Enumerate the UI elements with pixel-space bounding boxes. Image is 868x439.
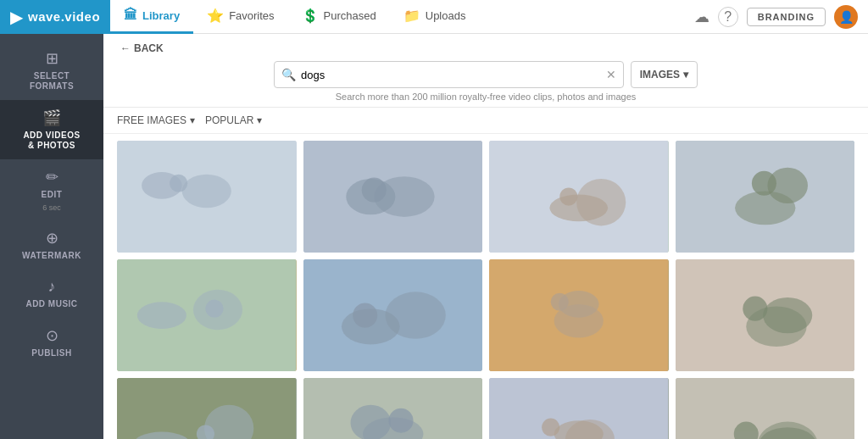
svg-point-14 [735, 191, 795, 225]
image-grid [117, 141, 854, 439]
svg-point-7 [361, 178, 386, 203]
sidebar-item-publish[interactable]: ⊙ PUBLISH [0, 318, 103, 367]
logo-text: wave.video [28, 9, 100, 24]
sidebar: ⊞ SELECTFORMATS 🎬 ADD VIDEOS& PHOTOS ✏ E… [0, 34, 103, 439]
svg-point-19 [205, 300, 223, 318]
content-area: ← BACK 🔍 ✕ IMAGES ▾ Search more than 200… [103, 34, 868, 439]
purchased-icon: 💲 [302, 8, 319, 24]
filter-popular[interactable]: POPULAR ▾ [205, 114, 262, 126]
svg-point-23 [353, 303, 377, 328]
image-cell[interactable] [117, 378, 297, 439]
add-music-icon: ♪ [48, 278, 56, 296]
logo-area: ▶ wave.video [0, 0, 110, 34]
svg-point-43 [542, 419, 559, 436]
back-arrow-icon: ← [120, 42, 131, 54]
search-input[interactable] [301, 69, 606, 81]
back-link[interactable]: ← BACK [120, 42, 164, 54]
image-cell[interactable] [117, 141, 297, 253]
sidebar-item-edit[interactable]: ✏ EDIT 6 sec [0, 159, 103, 220]
sidebar-item-add-videos[interactable]: 🎬 ADD VIDEOS& PHOTOS [0, 100, 103, 159]
branding-button[interactable]: BRANDING [747, 8, 826, 26]
search-row: 🔍 ✕ IMAGES ▾ [274, 61, 698, 88]
image-cell[interactable] [489, 378, 669, 439]
avatar[interactable]: 👤 [834, 5, 858, 29]
image-cell[interactable] [489, 259, 669, 371]
nav-right: ☁ ? BRANDING 👤 [694, 5, 868, 29]
top-nav: ▶ wave.video 🏛 Library ⭐ Favorites 💲 Pur… [0, 0, 868, 34]
nav-tab-library[interactable]: 🏛 Library [110, 0, 193, 34]
publish-icon: ⊙ [46, 326, 58, 345]
sidebar-item-watermark[interactable]: ⊕ WATERMARK [0, 220, 103, 270]
uploads-icon: 📁 [403, 8, 420, 24]
select-formats-icon: ⊞ [46, 49, 58, 68]
search-box: 🔍 ✕ [274, 61, 624, 88]
library-icon: 🏛 [124, 8, 137, 23]
nav-tabs: 🏛 Library ⭐ Favorites 💲 Purchased 📁 Uplo… [110, 0, 479, 34]
filter-chevron-icon: ▾ [190, 114, 195, 126]
image-cell[interactable] [676, 378, 855, 439]
svg-point-3 [170, 175, 187, 192]
svg-point-31 [743, 297, 767, 321]
upload-cloud-button[interactable]: ☁ [694, 8, 709, 26]
edit-icon: ✏ [46, 168, 58, 186]
svg-point-22 [385, 292, 445, 340]
svg-point-15 [751, 171, 776, 196]
svg-point-10 [576, 179, 626, 226]
filter-free-images[interactable]: FREE IMAGES ▾ [117, 114, 195, 126]
favorites-icon: ⭐ [207, 8, 224, 24]
filter-bar: FREE IMAGES ▾ POPULAR ▾ [103, 108, 868, 134]
image-cell[interactable] [303, 141, 483, 253]
image-cell[interactable] [303, 378, 483, 439]
search-clear-icon[interactable]: ✕ [606, 68, 616, 81]
search-area: ← BACK 🔍 ✕ IMAGES ▾ Search more than 200… [103, 34, 868, 108]
svg-point-39 [388, 408, 413, 433]
sidebar-item-select-formats[interactable]: ⊞ SELECTFORMATS [0, 41, 103, 100]
search-type-button[interactable]: IMAGES ▾ [631, 61, 698, 88]
svg-point-2 [182, 175, 231, 208]
image-cell[interactable] [117, 259, 297, 371]
image-cell[interactable] [676, 141, 855, 253]
watermark-icon: ⊕ [46, 229, 58, 247]
svg-point-27 [551, 293, 569, 311]
nav-tab-favorites[interactable]: ⭐ Favorites [193, 0, 287, 34]
search-subtitle: Search more than 200 million royalty-fre… [336, 92, 637, 102]
main: ⊞ SELECTFORMATS 🎬 ADD VIDEOS& PHOTOS ✏ E… [0, 34, 868, 439]
nav-tab-uploads[interactable]: 📁 Uploads [390, 0, 480, 34]
svg-point-17 [137, 302, 186, 329]
help-button[interactable]: ? [718, 7, 738, 27]
logo-icon: ▶ [10, 7, 23, 27]
search-icon: 🔍 [281, 68, 296, 81]
image-cell[interactable] [676, 259, 855, 371]
filter-popular-chevron-icon: ▾ [257, 114, 262, 126]
svg-point-11 [559, 188, 577, 206]
add-videos-icon: 🎬 [42, 108, 61, 127]
sidebar-item-add-music[interactable]: ♪ ADD MUSIC [0, 270, 103, 318]
image-cell[interactable] [489, 141, 669, 253]
nav-tab-purchased[interactable]: 💲 Purchased [288, 0, 390, 34]
image-cell[interactable] [303, 259, 483, 371]
image-grid-wrapper [103, 134, 868, 439]
chevron-down-icon: ▾ [683, 69, 688, 81]
